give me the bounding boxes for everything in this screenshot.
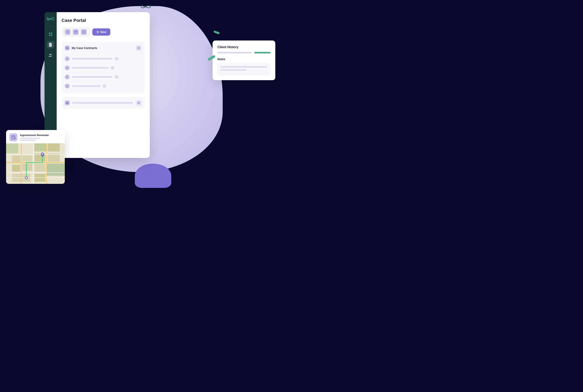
appointment-header: Appointment Reminder [6,130,65,143]
toolbar-icons-group [61,27,90,37]
svg-rect-44 [13,138,14,139]
clock-icon[interactable] [65,29,70,35]
svg-point-27 [67,67,68,68]
list-item [65,64,142,72]
svg-rect-49 [12,156,20,162]
add-contract-button[interactable] [136,45,142,51]
list-item [65,82,142,90]
svg-rect-46 [6,143,18,154]
svg-point-26 [67,58,68,59]
svg-rect-43 [12,138,13,139]
bottom-section [61,97,145,109]
map-svg [6,143,65,184]
item-content-bar [72,67,108,69]
svg-rect-52 [22,164,32,171]
toolbar: New [61,27,145,37]
case-contracts-section: My Case Contracts [61,42,145,94]
svg-rect-56 [47,143,60,152]
svg-rect-12 [76,32,76,32]
svg-rect-0 [49,32,50,34]
avatar-icon [65,74,70,79]
svg-rect-15 [82,32,83,34]
bottom-accent-shape [135,164,171,188]
svg-rect-2 [49,34,50,36]
grid-icon[interactable] [81,29,87,35]
contracts-icon [65,46,70,50]
bottom-bar [72,102,133,104]
history-green-bar [254,52,270,54]
item-content-bar [72,58,112,60]
item-content-bar [72,76,112,78]
appointment-icon [9,133,17,141]
item-checkbox[interactable] [103,84,106,88]
item-checkbox[interactable] [115,57,118,60]
list-item [65,54,142,64]
section-title: My Case Contracts [65,46,97,50]
sidebar-item-documents[interactable] [47,41,54,48]
notes-line-1 [220,66,267,68]
svg-rect-7 [74,31,77,34]
svg-rect-13 [82,30,83,32]
notes-line-2 [220,69,246,71]
sidebar-item-dashboard[interactable] [47,30,54,38]
svg-rect-11 [75,32,75,32]
client-history-card: Client History Notes [213,40,275,80]
svg-point-5 [51,54,52,55]
client-history-title: Client History [217,45,270,49]
main-content: Case Portal [57,12,150,158]
appointment-card: Appointment Reminder [6,130,65,184]
item-checkbox[interactable] [115,75,118,78]
svg-point-4 [49,54,51,55]
svg-point-69 [42,154,43,155]
svg-rect-41 [13,137,14,138]
appointment-subtitle-1 [20,138,40,139]
new-button-label: New [100,30,106,34]
bottom-section-icon [65,100,70,105]
notes-title: Notes [217,58,270,61]
list-item [65,72,142,82]
svg-rect-51 [22,156,32,162]
svg-rect-40 [12,137,13,138]
history-bar [217,52,252,54]
appointment-info: Appointment Reminder [20,134,49,141]
appointment-title: Appointment Reminder [20,134,49,137]
new-button[interactable]: New [92,28,110,36]
logo-decoration [141,4,151,10]
add-bottom-button[interactable] [136,100,142,106]
avatar-icon [65,84,70,88]
section-header: My Case Contracts [65,45,142,51]
svg-rect-42 [14,137,15,138]
svg-point-29 [67,85,68,86]
sidebar-logo [47,16,54,22]
sidebar-divider [47,26,54,26]
item-content-bar [72,85,100,87]
teal-accent-2 [213,30,220,34]
svg-point-28 [67,76,68,77]
calendar-icon[interactable] [73,29,78,35]
sidebar-item-people[interactable] [47,52,54,59]
svg-rect-48 [34,143,46,152]
svg-rect-3 [51,34,52,36]
appointment-subtitle-2 [20,140,36,141]
svg-rect-54 [34,164,45,172]
avatar-icon [65,66,70,70]
item-checkbox[interactable] [111,66,114,70]
map-container [6,143,65,184]
svg-point-67 [25,177,27,178]
svg-rect-47 [46,164,65,176]
svg-rect-14 [84,30,85,32]
svg-rect-16 [84,32,85,34]
notes-area[interactable] [217,63,270,75]
svg-rect-1 [51,32,52,34]
history-row [217,52,270,54]
avatar-icon [65,56,70,61]
svg-rect-50 [12,164,20,172]
page-title: Case Portal [61,18,145,23]
